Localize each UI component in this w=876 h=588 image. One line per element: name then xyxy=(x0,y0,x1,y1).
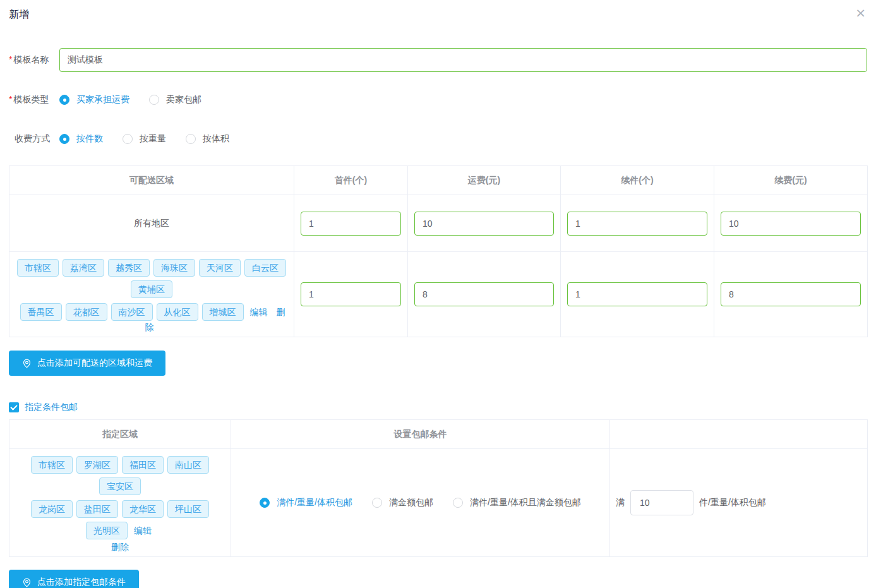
header-empty xyxy=(610,420,868,449)
region-tag: 增城区 xyxy=(202,303,244,321)
next-qty-input[interactable] xyxy=(567,282,707,306)
required-mark: * xyxy=(9,94,12,104)
region-tag: 南沙区 xyxy=(111,303,153,321)
tag-line-1: 市辖区荔湾区越秀区海珠区天河区白云区黄埔区 xyxy=(12,257,291,300)
tag-line-2: 龙岗区盐田区龙华区坪山区光明区编辑 xyxy=(12,498,228,541)
header-specified-area: 指定区域 xyxy=(9,420,231,449)
region-tag: 市辖区 xyxy=(31,456,73,474)
region-tag: 白云区 xyxy=(244,259,286,277)
header-freight-fee: 运费(元) xyxy=(408,166,561,195)
charge-method-row: 收费方式 按件数 按重量 按体积 xyxy=(9,133,867,145)
region-tag: 花都区 xyxy=(66,303,107,321)
region-tag: 市辖区 xyxy=(17,259,59,277)
region-tag: 南山区 xyxy=(167,456,209,474)
radio-by-volume[interactable]: 按体积 xyxy=(186,133,229,145)
header-delivery-area: 可配送区域 xyxy=(9,166,294,195)
header-first-qty: 首件(个) xyxy=(294,166,408,195)
header-next-qty: 续件(个) xyxy=(561,166,714,195)
freight-table-header-row: 可配送区域 首件(个) 运费(元) 续件(个) 续费(元) xyxy=(9,166,868,195)
edit-areas-link[interactable]: 编辑 xyxy=(134,525,152,536)
next-fee-input[interactable] xyxy=(721,212,861,236)
template-name-row: *模板名称 xyxy=(9,48,867,72)
region-tag: 光明区 xyxy=(86,522,128,539)
region-tag: 福田区 xyxy=(122,456,164,474)
table-row-custom-areas: 市辖区荔湾区越秀区海珠区天河区白云区黄埔区 番禺区花都区南沙区从化区增城区编辑删… xyxy=(9,252,868,337)
radio-amount-free[interactable]: 满金额包邮 xyxy=(372,497,433,508)
area-cell: 所有地区 xyxy=(9,195,294,252)
template-type-label: *模板类型 xyxy=(9,94,59,105)
region-tag: 黄埔区 xyxy=(131,280,172,298)
radio-icon xyxy=(59,95,69,105)
tag-group: 番禺区花都区南沙区从化区增城区 xyxy=(18,307,246,317)
radio-qty-and-amount-free[interactable]: 满件/重量/体积且满金额包邮 xyxy=(453,497,581,508)
radio-by-quantity[interactable]: 按件数 xyxy=(59,133,103,145)
edit-areas-link[interactable]: 编辑 xyxy=(250,307,268,317)
radio-seller-free-shipping[interactable]: 卖家包邮 xyxy=(149,94,201,105)
charge-method-label: 收费方式 xyxy=(9,133,59,145)
region-tag: 越秀区 xyxy=(108,259,150,277)
header-condition-setting: 设置包邮条件 xyxy=(231,420,610,449)
threshold-suffix: 件/重量/体积包邮 xyxy=(699,497,766,508)
required-mark: * xyxy=(9,54,12,64)
template-name-label: *模板名称 xyxy=(9,54,59,66)
radio-icon xyxy=(59,134,69,144)
delete-areas-link[interactable]: 删除 xyxy=(111,542,129,552)
close-icon[interactable]: × xyxy=(855,6,866,19)
radio-icon xyxy=(260,498,270,508)
tag-line-2: 番禺区花都区南沙区从化区增城区编辑删除 xyxy=(12,301,291,332)
threshold-prefix: 满 xyxy=(616,497,625,508)
page-title: 新增 xyxy=(9,0,867,22)
freight-fee-input[interactable] xyxy=(414,212,554,236)
header-next-fee: 续费(元) xyxy=(714,166,868,195)
radio-icon xyxy=(453,498,463,508)
next-fee-input[interactable] xyxy=(721,282,861,306)
region-tag: 荔湾区 xyxy=(63,259,104,277)
tag-line-1: 市辖区罗湖区福田区南山区宝安区 xyxy=(12,454,228,497)
region-tag: 天河区 xyxy=(199,259,241,277)
threshold-cell: 满 件/重量/体积包邮 xyxy=(610,449,868,557)
region-tag: 番禺区 xyxy=(20,303,62,321)
conditional-free-shipping-checkbox[interactable]: 指定条件包邮 xyxy=(9,402,78,413)
free-shipping-table: 指定区域 设置包邮条件 市辖区罗湖区福田区南山区宝安区 龙岗区盐田区龙华区坪山区… xyxy=(9,419,868,557)
area-tags-cell: 市辖区荔湾区越秀区海珠区天河区白云区黄埔区 番禺区花都区南沙区从化区增城区编辑删… xyxy=(9,252,294,337)
radio-qty-weight-volume-free[interactable]: 满件/重量/体积包邮 xyxy=(260,497,352,508)
region-tag: 坪山区 xyxy=(167,500,209,518)
freight-fee-input[interactable] xyxy=(414,282,554,306)
region-tag: 龙华区 xyxy=(122,500,164,518)
template-type-row: *模板类型 买家承担运费 卖家包邮 xyxy=(9,94,867,105)
free-shipping-header-row: 指定区域 设置包邮条件 xyxy=(9,420,868,449)
radio-by-weight[interactable]: 按重量 xyxy=(123,133,166,145)
condition-cell: 满件/重量/体积包邮 满金额包邮 满件/重量/体积且满金额包邮 xyxy=(231,449,610,557)
region-tag: 龙岗区 xyxy=(31,500,73,518)
freight-table: 可配送区域 首件(个) 运费(元) 续件(个) 续费(元) 所有地区 市辖区荔湾… xyxy=(9,165,868,337)
radio-icon xyxy=(186,134,196,144)
region-tag: 海珠区 xyxy=(153,259,195,277)
add-delivery-area-button[interactable]: 点击添加可配送的区域和运费 xyxy=(9,351,165,376)
radio-icon xyxy=(123,134,133,144)
add-free-shipping-condition-button[interactable]: 点击添加指定包邮条件 xyxy=(9,570,139,588)
radio-buyer-pays-freight[interactable]: 买家承担运费 xyxy=(59,94,129,105)
add-template-modal: 新增 × *模板名称 *模板类型 买家承担运费 卖家包邮 收费方式 按件数 按重… xyxy=(0,0,876,588)
free-shipping-row: 市辖区罗湖区福田区南山区宝安区 龙岗区盐田区龙华区坪山区光明区编辑 删除 满件/… xyxy=(9,449,868,557)
specified-area-cell: 市辖区罗湖区福田区南山区宝安区 龙岗区盐田区龙华区坪山区光明区编辑 删除 xyxy=(9,449,231,557)
location-pin-icon xyxy=(22,359,32,368)
checkbox-checked-icon xyxy=(9,402,19,412)
radio-icon xyxy=(372,498,382,508)
region-tag: 宝安区 xyxy=(99,477,141,495)
region-tag: 从化区 xyxy=(157,303,198,321)
tag-line-3: 删除 xyxy=(12,543,228,551)
threshold-value-input[interactable] xyxy=(630,490,693,515)
tag-group: 龙岗区盐田区龙华区坪山区光明区 xyxy=(29,504,211,536)
first-qty-input[interactable] xyxy=(301,212,401,236)
first-qty-input[interactable] xyxy=(301,282,401,306)
table-row-all-areas: 所有地区 xyxy=(9,195,868,252)
region-tag: 罗湖区 xyxy=(76,456,118,474)
next-qty-input[interactable] xyxy=(567,212,707,236)
template-name-input[interactable] xyxy=(59,48,867,72)
region-tag: 盐田区 xyxy=(76,500,118,518)
radio-icon xyxy=(149,95,159,105)
location-pin-icon xyxy=(22,578,32,587)
